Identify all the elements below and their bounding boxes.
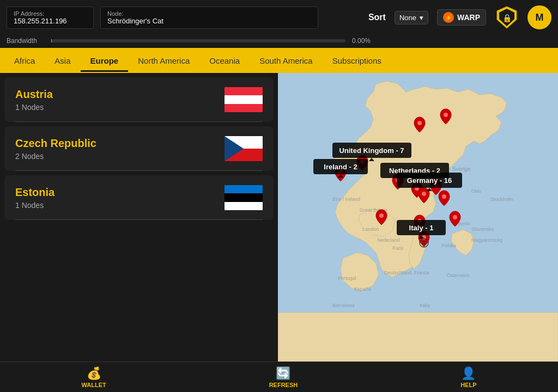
svg-text:Stockholm: Stockholm: [490, 197, 513, 202]
svg-text:Magyarország: Magyarország: [471, 237, 502, 243]
dropdown-arrow-icon: ▾: [420, 14, 423, 22]
svg-text:Nederland: Nederland: [377, 237, 400, 243]
svg-text:Sverige: Sverige: [452, 166, 471, 172]
svg-text:Slovensko: Slovensko: [471, 226, 494, 232]
ip-address-box: IP Address: 158.255.211.196: [7, 7, 94, 29]
refresh-icon: 🔄: [276, 366, 290, 381]
svg-text:Éire / Ireland: Éire / Ireland: [332, 197, 360, 202]
svg-point-38: [453, 215, 457, 219]
map-area: Sverige Oslo Stockholm Berlin Polska Slo…: [278, 73, 558, 362]
czech-flag: [225, 135, 263, 162]
svg-text:Polska: Polska: [441, 243, 456, 248]
tab-subscriptions-label: Subscriptions: [332, 56, 381, 65]
austria-flag-svg: [225, 87, 263, 112]
warp-icon: ⚡: [443, 12, 454, 23]
bandwidth-label: Bandwidth: [7, 37, 45, 45]
svg-point-28: [444, 113, 448, 117]
sort-label: Sort: [368, 13, 386, 22]
user-avatar[interactable]: M: [527, 5, 551, 29]
czech-flag-svg: [225, 136, 263, 161]
svg-point-27: [417, 121, 422, 125]
austria-flag: [225, 86, 263, 113]
czech-name: Czech Republic: [15, 137, 96, 150]
tab-asia-label: Asia: [54, 56, 70, 65]
bandwidth-fill: [51, 39, 52, 42]
estonia-flag: [225, 184, 263, 211]
svg-text:Oslo: Oslo: [471, 188, 482, 194]
tab-subscriptions[interactable]: Subscriptions: [323, 50, 391, 72]
node-value: Schrödinger's Cat: [107, 17, 311, 25]
bandwidth-value: 0.00%: [352, 37, 371, 45]
sort-value: None: [399, 14, 416, 22]
svg-text:Barcelona: Barcelona: [332, 303, 355, 308]
czech-info: Czech Republic 2 Nodes: [15, 137, 96, 161]
estonia-nodes: 1 Nodes: [15, 201, 54, 210]
country-list: Austria 1 Nodes Czech Republic 2 Nodes: [0, 73, 278, 362]
tab-africa-label: Africa: [14, 56, 35, 65]
svg-point-56: [422, 241, 426, 244]
tab-navigation: Africa Asia Europe North America Oceania…: [0, 48, 558, 73]
help-label: HELP: [460, 382, 476, 388]
tab-south-america[interactable]: South America: [250, 50, 323, 72]
tab-asia[interactable]: Asia: [45, 50, 80, 72]
country-card-czech[interactable]: Czech Republic 2 Nodes: [4, 126, 274, 171]
tab-europe-label: Europe: [90, 56, 119, 65]
bandwidth-track: [51, 39, 345, 42]
avatar-initials: M: [536, 12, 544, 23]
svg-text:🔒: 🔒: [502, 14, 512, 23]
tab-north-america-label: North America: [138, 56, 190, 65]
nav-help[interactable]: 👤 HELP: [450, 364, 487, 390]
svg-text:France: France: [414, 270, 429, 275]
svg-text:Italy - 1: Italy - 1: [409, 224, 434, 232]
node-label: Node:: [107, 10, 311, 17]
austria-nodes: 1 Nodes: [15, 103, 53, 112]
estonia-name: Estonia: [15, 186, 54, 199]
tab-south-america-label: South America: [259, 56, 313, 65]
svg-point-34: [422, 192, 426, 196]
sort-section: Sort None ▾ ⚡ WARP 🔒 M: [368, 5, 551, 29]
warp-button[interactable]: ⚡ WARP: [437, 9, 486, 26]
svg-text:Berlin: Berlin: [458, 221, 470, 226]
wallet-label: WALLET: [81, 382, 106, 388]
ip-value: 158.255.211.196: [14, 17, 87, 25]
top-bar: IP Address: 158.255.211.196 Node: Schröd…: [0, 0, 558, 35]
estonia-flag-svg: [225, 185, 263, 210]
help-icon: 👤: [461, 366, 476, 381]
wallet-icon: 💰: [87, 366, 101, 381]
svg-text:London: London: [362, 226, 379, 232]
austria-name: Austria: [15, 88, 53, 101]
svg-text:Deutschland: Deutschland: [384, 270, 411, 275]
austria-info: Austria 1 Nodes: [15, 88, 53, 112]
bottom-navigation: 💰 WALLET 🔄 REFRESH 👤 HELP: [0, 362, 558, 392]
warp-label: WARP: [457, 13, 480, 22]
svg-point-35: [379, 213, 384, 218]
shield-icon: 🔒: [495, 5, 519, 29]
svg-text:Paris: Paris: [392, 246, 404, 251]
main-content: Austria 1 Nodes Czech Republic 2 Nodes: [0, 73, 558, 362]
nav-refresh[interactable]: 🔄 REFRESH: [258, 364, 309, 390]
tab-europe[interactable]: Europe: [81, 50, 129, 72]
czech-nodes: 2 Nodes: [15, 152, 96, 161]
svg-point-37: [442, 194, 446, 199]
estonia-info: Estonia 1 Nodes: [15, 186, 54, 210]
svg-text:Germany - 16: Germany - 16: [407, 176, 452, 185]
svg-text:Portugal: Portugal: [338, 275, 356, 281]
svg-text:Österreich: Österreich: [447, 273, 470, 278]
svg-text:Ireland - 2: Ireland - 2: [324, 163, 357, 171]
ip-label: IP Address:: [14, 10, 87, 17]
sort-dropdown[interactable]: None ▾: [395, 11, 428, 24]
node-box: Node: Schrödinger's Cat: [100, 7, 318, 29]
tab-oceania[interactable]: Oceania: [199, 50, 250, 72]
refresh-label: REFRESH: [269, 382, 298, 388]
nav-wallet[interactable]: 💰 WALLET: [70, 364, 117, 390]
svg-text:España: España: [354, 286, 371, 292]
tab-africa[interactable]: Africa: [4, 50, 45, 72]
tab-north-america[interactable]: North America: [128, 50, 199, 72]
europe-map: Sverige Oslo Stockholm Berlin Polska Slo…: [278, 73, 558, 362]
tab-oceania-label: Oceania: [209, 56, 240, 65]
bandwidth-bar: Bandwidth 0.00%: [0, 35, 558, 48]
svg-text:Italia: Italia: [420, 303, 430, 308]
svg-text:United Kingdom - 7: United Kingdom - 7: [339, 146, 404, 155]
country-card-austria[interactable]: Austria 1 Nodes: [4, 77, 274, 122]
country-card-estonia[interactable]: Estonia 1 Nodes: [4, 175, 274, 220]
